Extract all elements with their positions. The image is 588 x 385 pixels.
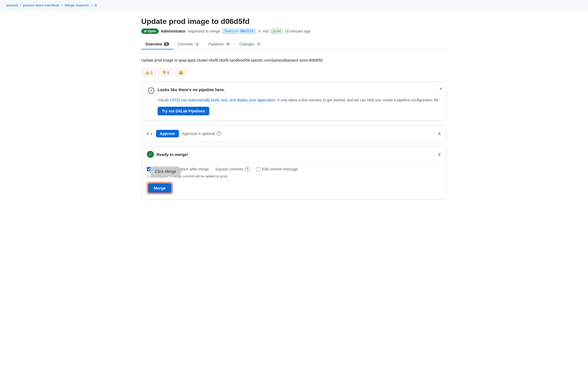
breadcrumb-sep-3: /	[91, 3, 92, 7]
thumbs-up-icon: 👍	[145, 70, 149, 75]
approval-left: 8 ∨ Approve Approval is optional ?	[147, 130, 221, 137]
tab-commits-label: Commits	[178, 42, 193, 46]
callout-text: Click Merge	[155, 169, 176, 174]
mr-tabs: Overview 0 Commits 1 Pipelines 0 Changes…	[141, 39, 447, 49]
tab-changes-count: 1	[256, 42, 261, 46]
mr-status-icon: ⇄	[144, 29, 147, 33]
breadcrumb: parasol / parasol-store-manifests / Merg…	[0, 0, 588, 11]
merge-options: Delete source branch after merge Squash …	[147, 167, 441, 172]
thumbs-down-icon: 👎	[162, 70, 166, 75]
squash-commits-help-icon[interactable]: ?	[245, 167, 250, 172]
breadcrumb-mr-id[interactable]: !1	[94, 3, 97, 7]
mr-status-label: Open	[148, 29, 156, 33]
tab-commits[interactable]: Commits 1	[173, 39, 204, 49]
thumbs-up-button[interactable]: 👍 0	[141, 69, 156, 76]
merge-section-chevron-icon[interactable]: ∨	[438, 151, 441, 157]
edit-commit-message-option[interactable]: Edit commit message	[256, 167, 298, 171]
pipeline-cicd-link[interactable]: CI/CD can automatically build, test, and…	[170, 98, 276, 102]
pipeline-notice-close-button[interactable]: ×	[439, 86, 442, 91]
breadcrumb-parasol[interactable]: parasol	[6, 3, 18, 7]
mr-title: Update prod image to d06d5fd	[141, 17, 447, 26]
pipeline-notice: ? Looks like there's no pipeline here. G…	[141, 82, 447, 121]
breadcrumb-sep-1: /	[20, 3, 21, 7]
merge-ready-check-icon: ✓	[147, 151, 154, 158]
merge-button[interactable]: Merge	[148, 183, 172, 193]
approval-optional-text: Approval is optional ?	[182, 131, 221, 136]
merge-info-text: 1 commit and 1 merge commit will be adde…	[147, 174, 441, 178]
approval-help-icon[interactable]: ?	[217, 131, 221, 136]
reaction-buttons: 👍 0 👎 0 😄	[141, 69, 447, 76]
tab-pipelines-label: Pipelines	[208, 42, 224, 46]
mr-time-ago: 16 minutes ago	[285, 29, 311, 33]
try-pipelines-button[interactable]: Try out GitLab Pipelines	[158, 107, 209, 115]
approvers-count: 8 ∨	[147, 131, 153, 136]
mr-target-branch[interactable]: prod	[271, 29, 283, 34]
tab-changes[interactable]: Changes 1	[235, 39, 266, 49]
pipeline-notice-title: Looks like there's no pipeline here.	[158, 87, 225, 92]
mr-description: Update prod image to quay.apps.cluster-n…	[141, 56, 447, 65]
pipeline-body-suffix: It only takes a few minutes to get start…	[276, 98, 440, 102]
tab-overview[interactable]: Overview 0	[141, 39, 173, 49]
thumbs-up-count: 0	[150, 70, 153, 75]
tab-pipelines-count: 0	[225, 42, 231, 46]
mr-status-badge: ⇄ Open	[141, 28, 159, 34]
tab-commits-count: 1	[194, 42, 200, 46]
pipeline-notice-body: GitLab CI/CD can automatically build, te…	[148, 97, 440, 103]
mr-meta: ⇄ Open Administrator requested to merge …	[141, 28, 447, 34]
merge-button-red-border: Merge	[147, 182, 173, 194]
mr-action-text: requested to merge	[187, 29, 220, 33]
approvers-number: 8	[147, 131, 149, 136]
mr-into-text: into	[263, 29, 269, 33]
edit-commit-message-checkbox[interactable]	[256, 167, 260, 171]
tab-pipelines[interactable]: Pipelines 0	[204, 39, 235, 49]
breadcrumb-repo[interactable]: parasol-store-manifests	[23, 3, 60, 7]
merge-header-title: Ready to merge!	[157, 152, 188, 157]
thumbs-down-button[interactable]: 👎 0	[158, 69, 173, 76]
breadcrumb-sep-2: /	[62, 3, 63, 7]
copy-branch-icon[interactable]: ⎘	[258, 29, 261, 33]
merge-section: ✓ Ready to merge! ∨ Delete source branch…	[141, 146, 447, 200]
tab-overview-label: Overview	[146, 42, 162, 46]
smile-icon: 😄	[179, 70, 183, 75]
merge-body: Delete source branch after merge Squash …	[141, 162, 447, 199]
mr-source-branch[interactable]: feature-d06d5fd	[222, 29, 255, 34]
squash-commits-option[interactable]: Squash commits ?	[215, 167, 250, 172]
mr-author: Administrator	[161, 29, 186, 33]
thumbs-down-count: 0	[167, 70, 169, 75]
tab-changes-label: Changes	[239, 42, 254, 46]
pipeline-question-icon: ?	[148, 87, 154, 94]
tab-overview-count: 0	[164, 42, 169, 46]
chevron-down-icon: ∨	[150, 131, 153, 136]
merge-header-left: ✓ Ready to merge!	[147, 151, 188, 158]
edit-commit-message-label: Edit commit message	[262, 167, 298, 171]
merge-header: ✓ Ready to merge! ∨	[141, 147, 447, 162]
approval-chevron-up-icon[interactable]: ∧	[438, 131, 441, 137]
squash-commits-label: Squash commits	[215, 167, 243, 171]
callout-bubble: Click Merge	[150, 166, 182, 176]
breadcrumb-mr[interactable]: Merge requests	[65, 3, 89, 7]
merge-button-wrapper: Click Merge Merge	[147, 182, 173, 194]
approve-button[interactable]: Approve	[156, 130, 179, 137]
pipeline-body-prefix: GitLab	[158, 98, 170, 102]
approval-section: 8 ∨ Approve Approval is optional ? ∧	[141, 125, 447, 142]
emoji-button[interactable]: 😄	[175, 69, 187, 76]
